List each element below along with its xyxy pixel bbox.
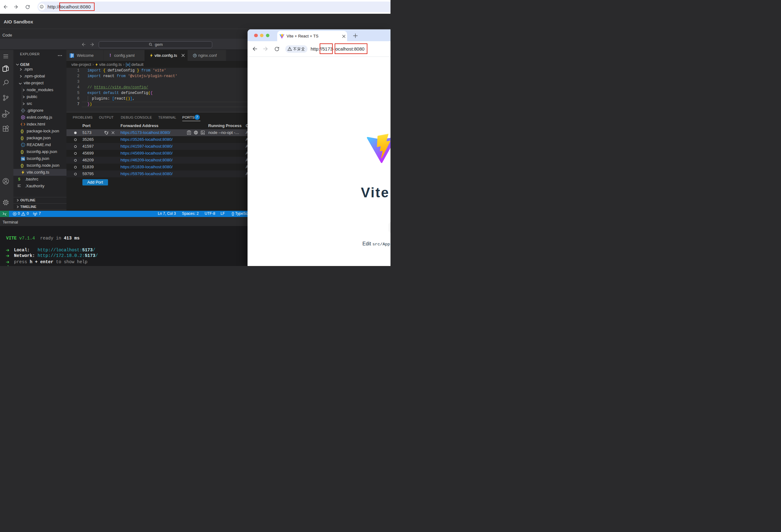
svg-text:TS: TS — [22, 158, 25, 161]
